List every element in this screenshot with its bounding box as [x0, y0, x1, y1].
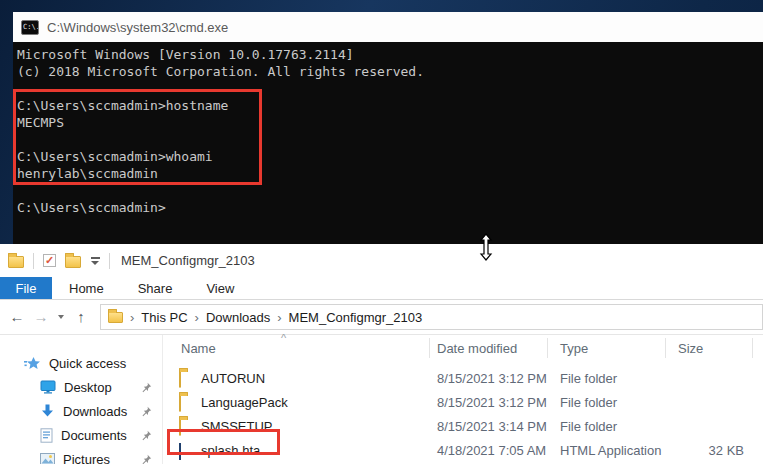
breadcrumb-this-pc[interactable]: This PC	[141, 310, 187, 325]
documents-icon	[40, 428, 53, 443]
chevron-right-icon: ›	[130, 310, 134, 325]
column-header-size[interactable]: Size	[678, 341, 703, 356]
forward-button[interactable]: →	[30, 306, 52, 328]
explorer-window: ✓ MEM_Configmgr_2103 File Home Share Vie…	[0, 244, 763, 464]
quick-access-star-icon	[24, 356, 41, 371]
chevron-right-icon: ›	[195, 310, 199, 325]
breadcrumb[interactable]: › This PC › Downloads › MEM_Configmgr_21…	[100, 304, 763, 330]
navigation-pane: Quick access Desktop Downloads	[0, 335, 162, 464]
column-divider[interactable]	[752, 338, 753, 358]
file-row-autorun[interactable]: AUTORUN 8/15/2021 3:12 PM File folder	[163, 367, 763, 391]
sidebar-item-downloads[interactable]: Downloads	[0, 399, 162, 423]
titlebar-separator	[109, 253, 110, 269]
desktop-icon	[40, 380, 56, 394]
pin-icon	[141, 453, 152, 464]
breadcrumb-downloads[interactable]: Downloads	[206, 310, 270, 325]
sort-ascending-icon: ^	[281, 332, 286, 344]
cmd-icon: C:\.	[21, 20, 39, 35]
explorer-window-title: MEM_Configmgr_2103	[121, 253, 255, 268]
column-headers: ^ Name Date modified Type Size	[163, 335, 763, 361]
resize-cursor-icon	[477, 233, 495, 261]
sidebar-item-quick-access[interactable]: Quick access	[0, 351, 162, 375]
address-bar: ← → ↑ › This PC › Downloads › MEM_Config…	[0, 300, 763, 334]
red-highlight-splash-hta	[167, 429, 280, 455]
column-divider[interactable]	[665, 338, 666, 358]
explorer-body: Quick access Desktop Downloads	[0, 334, 763, 464]
tab-view[interactable]: View	[189, 277, 251, 299]
explorer-titlebar[interactable]: ✓ MEM_Configmgr_2103	[0, 244, 763, 277]
tab-file[interactable]: File	[0, 277, 52, 299]
pin-icon	[141, 381, 152, 396]
file-date: 4/18/2021 7:05 AM	[437, 443, 546, 458]
red-highlight-commands	[13, 89, 262, 185]
sidebar-item-documents[interactable]: Documents	[0, 423, 162, 447]
console-line: Microsoft Windows [Version 10.0.17763.21…	[17, 46, 763, 63]
folder-icon	[179, 395, 181, 412]
qat-customize-dropdown-icon[interactable]	[90, 257, 100, 265]
sidebar-item-label: Documents	[61, 428, 127, 443]
file-date: 8/15/2021 3:14 PM	[437, 419, 547, 434]
recent-locations-dropdown-icon[interactable]	[58, 315, 64, 319]
file-type: HTML Application	[560, 443, 661, 458]
file-size: 32 KB	[654, 443, 744, 458]
console-line: (c) 2018 Microsoft Corporation. All righ…	[17, 63, 763, 80]
pin-icon	[141, 429, 152, 444]
qat-new-folder-icon[interactable]	[65, 256, 81, 268]
up-button[interactable]: ↑	[70, 306, 92, 328]
titlebar-separator	[33, 253, 34, 269]
pictures-icon	[40, 453, 55, 464]
breadcrumb-current-folder[interactable]: MEM_Configmgr_2103	[289, 310, 423, 325]
file-type: File folder	[560, 419, 617, 434]
file-type: File folder	[560, 395, 617, 410]
chevron-right-icon: ›	[277, 310, 281, 325]
file-date: 8/15/2021 3:12 PM	[437, 371, 547, 386]
column-header-type[interactable]: Type	[560, 341, 588, 356]
file-name: AUTORUN	[201, 371, 265, 386]
sidebar-item-label: Pictures	[63, 452, 110, 464]
ribbon-tabs: File Home Share View	[0, 277, 763, 300]
tab-home[interactable]: Home	[52, 277, 121, 299]
sidebar-item-pictures[interactable]: Pictures	[0, 447, 162, 464]
column-divider[interactable]	[547, 338, 548, 358]
qat-check-icon[interactable]: ✓	[43, 254, 56, 267]
pin-icon	[141, 405, 152, 420]
folder-icon	[179, 371, 181, 388]
cmd-window-title: C:\Windows\system32\cmd.exe	[47, 20, 228, 35]
column-header-date-modified[interactable]: Date modified	[437, 341, 517, 356]
sidebar-item-label: Desktop	[64, 380, 112, 395]
sidebar-item-label: Quick access	[49, 356, 126, 371]
downloads-icon	[40, 404, 55, 418]
file-row-languagepack[interactable]: LanguagePack 8/15/2021 3:12 PM File fold…	[163, 391, 763, 415]
breadcrumb-folder-icon	[108, 312, 123, 323]
file-name: LanguagePack	[201, 395, 288, 410]
console-line: C:\Users\sccmadmin>	[17, 199, 763, 216]
file-date: 8/15/2021 3:12 PM	[437, 395, 547, 410]
cmd-titlebar[interactable]: C:\. C:\Windows\system32\cmd.exe	[13, 12, 763, 42]
explorer-app-icon	[8, 256, 24, 268]
tab-share[interactable]: Share	[121, 277, 190, 299]
column-header-name[interactable]: Name	[181, 341, 216, 356]
sidebar-item-label: Downloads	[63, 404, 127, 419]
column-divider[interactable]	[429, 338, 430, 358]
back-button[interactable]: ←	[6, 306, 28, 328]
sidebar-item-desktop[interactable]: Desktop	[0, 375, 162, 399]
file-type: File folder	[560, 371, 617, 386]
